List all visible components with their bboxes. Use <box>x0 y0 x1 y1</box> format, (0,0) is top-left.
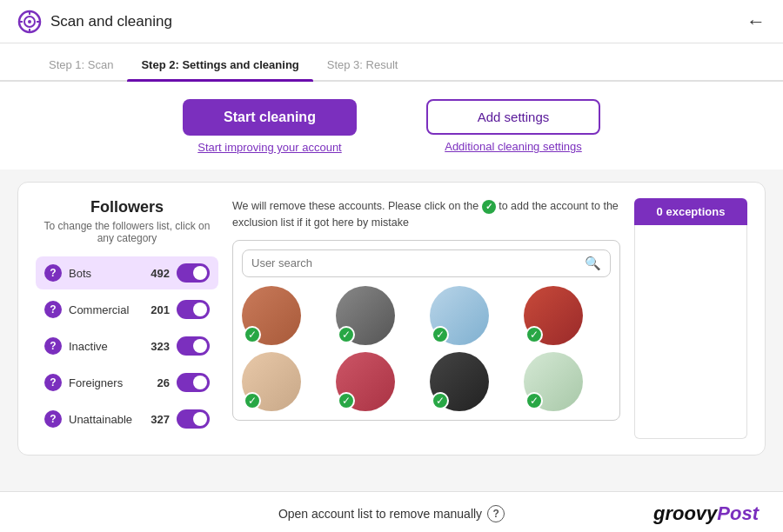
app-title: Scan and cleaning <box>50 13 172 30</box>
category-foreigners-label: Foreigners <box>69 376 157 389</box>
toggle-inactive[interactable] <box>177 336 210 356</box>
help-icon-inactive: ? <box>44 337 62 355</box>
avatar-check-icon: ✓ <box>432 326 449 343</box>
question-icon: ? <box>487 505 505 522</box>
followers-panel: Followers To change the followers list, … <box>36 198 218 439</box>
avatar-check-icon: ✓ <box>525 392 543 409</box>
step-1-tab[interactable]: Step 1: Scan <box>35 58 127 80</box>
back-button[interactable]: ← <box>746 10 766 33</box>
category-inactive[interactable]: ? Inactive 323 <box>36 329 218 362</box>
toggle-foreigners[interactable] <box>177 373 210 392</box>
avatar-check-icon: ✓ <box>338 392 355 409</box>
header-left: Scan and cleaning <box>17 10 172 34</box>
avatar-item[interactable]: ✓ <box>430 352 489 411</box>
add-settings-subtitle: Additional cleaning settings <box>445 140 582 153</box>
avatar-check-icon: ✓ <box>338 326 355 343</box>
exceptions-body <box>634 225 747 439</box>
svg-point-2 <box>28 20 31 23</box>
main-card: Followers To change the followers list, … <box>17 182 766 456</box>
avatar-item[interactable]: ✓ <box>430 286 489 345</box>
avatar-item[interactable]: ✓ <box>524 352 583 411</box>
accounts-container: 🔍 ✓ ✓ ✓ <box>232 240 620 421</box>
open-list-label: Open account list to remove manually <box>278 507 482 521</box>
avatar-item[interactable]: ✓ <box>242 352 301 411</box>
category-bots[interactable]: ? Bots 492 <box>36 256 218 289</box>
help-icon-bots: ? <box>44 264 62 282</box>
followers-subtitle: To change the followers list, click on a… <box>36 220 218 244</box>
category-commercial-label: Commercial <box>69 303 151 316</box>
avatar-check-icon: ✓ <box>525 326 543 343</box>
category-unattainable-count: 327 <box>151 413 170 426</box>
brand-highlight: Post <box>717 502 759 524</box>
category-commercial[interactable]: ? Commercial 201 <box>36 293 218 326</box>
start-cleaning-subtitle: Start improving your account <box>197 141 341 154</box>
steps-bar: Step 1: Scan Step 2: Settings and cleani… <box>0 43 783 82</box>
open-list-link[interactable]: Open account list to remove manually ? <box>269 505 513 522</box>
category-unattainable-label: Unattainable <box>69 413 151 426</box>
avatar-item[interactable]: ✓ <box>336 352 395 411</box>
footer: Open account list to remove manually ? g… <box>0 491 783 532</box>
category-inactive-label: Inactive <box>69 340 151 353</box>
avatar-item[interactable]: ✓ <box>336 286 395 345</box>
category-foreigners-count: 26 <box>157 376 170 389</box>
category-unattainable[interactable]: ? Unattainable 327 <box>36 402 218 436</box>
avatar-item[interactable]: ✓ <box>242 286 301 345</box>
help-icon-unattainable: ? <box>44 410 62 428</box>
header: Scan and cleaning ← <box>0 0 783 43</box>
check-circle-icon: ✓ <box>482 200 496 214</box>
toggle-commercial[interactable] <box>177 300 210 319</box>
help-icon-foreigners: ? <box>44 374 62 391</box>
help-icon-commercial: ? <box>44 301 62 318</box>
main-content: Followers To change the followers list, … <box>0 170 783 468</box>
add-settings-group: Add settings Additional cleaning setting… <box>426 99 600 153</box>
avatar-check-icon: ✓ <box>432 392 449 409</box>
actions-area: Start cleaning Start improving your acco… <box>0 82 783 170</box>
step-2-tab[interactable]: Step 2: Settings and cleaning <box>127 58 312 80</box>
exceptions-header: 0 exceptions <box>634 198 747 225</box>
target-icon <box>17 10 42 34</box>
middle-panel: We will remove these accounts. Please cl… <box>232 198 620 439</box>
toggle-bots[interactable] <box>177 263 210 283</box>
add-settings-button[interactable]: Add settings <box>426 99 600 135</box>
avatar-item[interactable]: ✓ <box>524 286 583 345</box>
search-input[interactable] <box>251 256 585 269</box>
followers-title: Followers <box>36 198 218 216</box>
category-bots-count: 492 <box>151 267 170 280</box>
brand-text-part: groovy <box>653 502 717 524</box>
category-bots-label: Bots <box>69 267 151 280</box>
avatars-grid: ✓ ✓ ✓ ✓ ✓ <box>242 286 611 411</box>
category-inactive-count: 323 <box>151 340 170 353</box>
search-bar[interactable]: 🔍 <box>242 249 611 277</box>
notice-text: We will remove these accounts. Please cl… <box>232 198 620 231</box>
category-commercial-count: 201 <box>151 303 170 316</box>
search-icon: 🔍 <box>585 256 601 271</box>
category-foreigners[interactable]: ? Foreigners 26 <box>36 366 218 399</box>
step-3-tab[interactable]: Step 3: Result <box>313 58 412 80</box>
start-cleaning-button[interactable]: Start cleaning <box>183 99 357 136</box>
exceptions-panel: 0 exceptions <box>634 198 747 439</box>
toggle-unattainable[interactable] <box>177 409 210 429</box>
brand-name: groovyPost <box>653 502 759 525</box>
avatar-check-icon: ✓ <box>244 392 261 409</box>
start-cleaning-group: Start cleaning Start improving your acco… <box>183 99 357 154</box>
avatar-check-icon: ✓ <box>244 326 261 343</box>
